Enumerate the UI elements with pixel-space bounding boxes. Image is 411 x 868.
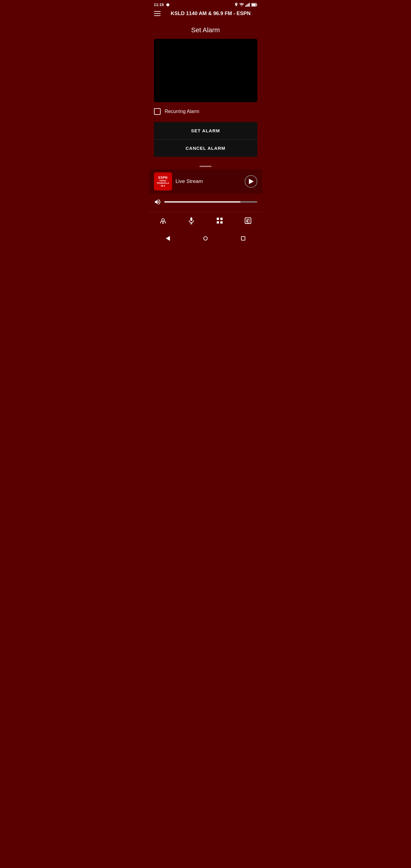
- record-status-icon: [166, 3, 170, 7]
- volume-bar-fill: [164, 201, 241, 203]
- svg-rect-6: [256, 4, 257, 5]
- cancel-alarm-button[interactable]: CANCEL ALARM: [154, 140, 257, 157]
- volume-icon: [154, 198, 161, 206]
- kp-label: KENAIPENINSULA96.9: [157, 180, 169, 187]
- station-logo-inner: ESPN KENAIPENINSULA96.9: [154, 173, 172, 190]
- recents-icon: [241, 236, 245, 241]
- svg-rect-11: [190, 217, 193, 221]
- news-icon: [244, 217, 252, 224]
- station-logo: ESPN KENAIPENINSULA96.9: [154, 173, 172, 190]
- location-icon: [234, 3, 238, 7]
- svg-rect-7: [252, 4, 255, 6]
- alarm-buttons: SET ALARM CANCEL ALARM: [154, 122, 257, 157]
- time-picker[interactable]: [154, 39, 257, 102]
- svg-rect-15: [220, 218, 223, 220]
- bottom-nav: [149, 212, 262, 230]
- page-title: Set Alarm: [149, 20, 262, 39]
- svg-rect-20: [246, 220, 248, 222]
- now-playing-info: Live Stream: [176, 179, 241, 184]
- status-bar: 11:15: [149, 0, 262, 8]
- system-nav: [149, 230, 262, 245]
- svg-rect-2: [247, 4, 247, 7]
- play-button[interactable]: [245, 175, 257, 188]
- now-playing-label: Live Stream: [176, 179, 241, 184]
- back-button[interactable]: [164, 234, 172, 243]
- top-bar: KSLD 1140 AM & 96.9 FM - ESPN: [149, 8, 262, 20]
- signal-icon: [245, 3, 250, 7]
- volume-row: [149, 193, 262, 212]
- wifi-icon: [239, 3, 244, 7]
- set-alarm-button[interactable]: SET ALARM: [154, 122, 257, 140]
- nav-grid[interactable]: [212, 216, 227, 226]
- battery-icon: [251, 3, 257, 7]
- svg-rect-1: [245, 5, 246, 7]
- nav-news[interactable]: [241, 216, 255, 226]
- status-time: 11:15: [154, 2, 164, 7]
- svg-rect-14: [217, 218, 219, 220]
- recents-button[interactable]: [239, 234, 247, 243]
- menu-button[interactable]: [154, 11, 161, 16]
- status-bar-right: [234, 3, 257, 7]
- nav-record[interactable]: [184, 216, 199, 226]
- svg-rect-17: [220, 221, 223, 224]
- svg-point-0: [166, 3, 169, 6]
- drag-handle: [149, 163, 262, 169]
- drag-handle-bar: [199, 166, 212, 167]
- now-playing-bar: ESPN KENAIPENINSULA96.9 Live Stream: [149, 169, 262, 193]
- status-bar-left: 11:15: [154, 2, 170, 7]
- home-icon: [203, 236, 208, 241]
- grid-icon: [216, 217, 224, 224]
- play-icon: [249, 179, 254, 184]
- svg-rect-3: [248, 4, 249, 7]
- espn-label: ESPN: [158, 176, 167, 180]
- recurring-alarm-label: Recurring Alarm: [165, 109, 199, 114]
- recurring-alarm-row: Recurring Alarm: [149, 108, 262, 122]
- back-icon: [166, 236, 170, 241]
- svg-rect-16: [217, 221, 219, 224]
- volume-speaker-icon: [154, 198, 161, 206]
- podcast-icon: [159, 217, 167, 224]
- volume-bar[interactable]: [164, 201, 257, 203]
- svg-rect-4: [249, 3, 250, 7]
- microphone-icon: [187, 217, 195, 224]
- recurring-alarm-checkbox[interactable]: [154, 108, 161, 115]
- home-button[interactable]: [201, 234, 210, 243]
- svg-point-8: [162, 219, 164, 221]
- app-title: KSLD 1140 AM & 96.9 FM - ESPN: [164, 10, 257, 17]
- nav-podcasts[interactable]: [156, 216, 170, 226]
